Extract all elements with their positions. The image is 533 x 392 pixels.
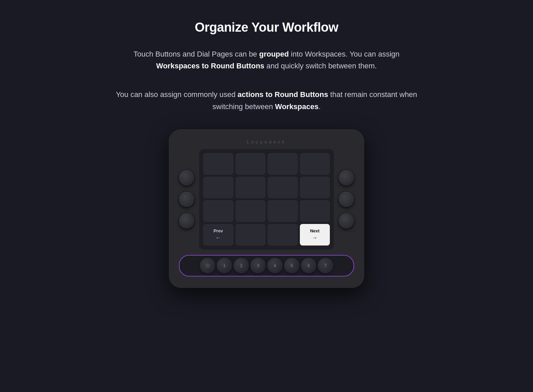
touch-btn-r1c4[interactable]: [300, 153, 330, 175]
loupedeck-device: Loupedeck: [169, 129, 364, 288]
prev-button[interactable]: Prev ←: [203, 224, 233, 246]
description-text-2: You can also assign commonly used action…: [115, 89, 418, 112]
touch-btn-r3c3[interactable]: [268, 200, 298, 222]
knob-top-left: [179, 170, 194, 186]
description-text-1: Touch Buttons and Dial Pages can be grou…: [115, 48, 418, 72]
knob-mid-left: [179, 192, 194, 207]
round-btn-2[interactable]: 2: [234, 258, 249, 273]
touch-btn-r1c3[interactable]: [268, 153, 298, 175]
touch-btn-r3c1[interactable]: [203, 200, 233, 222]
empty-btn-1: [236, 224, 266, 246]
touch-btn-r2c4[interactable]: [300, 177, 330, 198]
prev-arrow-icon: ←: [216, 235, 221, 241]
description-block-1: Touch Buttons and Dial Pages can be grou…: [115, 48, 418, 72]
page-title: Organize Your Workflow: [195, 20, 338, 35]
round-btn-3[interactable]: 3: [251, 258, 265, 273]
touch-btn-r1c2[interactable]: [236, 153, 266, 175]
bottom-button-row: Prev ← Next →: [203, 224, 330, 246]
device-illustration: Loupedeck: [169, 129, 364, 288]
knob-top-right: [339, 170, 354, 186]
next-button[interactable]: Next →: [300, 224, 330, 246]
touch-buttons-grid: [203, 153, 330, 222]
round-btn-home[interactable]: ⊙: [200, 258, 215, 273]
touch-btn-r2c1[interactable]: [203, 177, 233, 198]
round-buttons-row: ⊙ 1 2 3 4 5 6 7: [179, 255, 354, 276]
round-btn-7[interactable]: 7: [318, 258, 333, 273]
touch-btn-r2c3[interactable]: [268, 177, 298, 198]
next-arrow-icon: →: [312, 235, 317, 241]
center-panel: Prev ← Next →: [199, 149, 334, 250]
description-block-2: You can also assign commonly used action…: [115, 89, 418, 112]
round-btn-4[interactable]: 4: [268, 258, 282, 273]
empty-btn-2: [268, 224, 298, 246]
touch-btn-r2c2[interactable]: [236, 177, 266, 198]
knob-bot-right: [339, 213, 354, 229]
round-btn-5[interactable]: 5: [284, 258, 299, 273]
prev-label: Prev: [214, 228, 223, 233]
round-btn-1[interactable]: 1: [217, 258, 232, 273]
touch-btn-r3c4[interactable]: [300, 200, 330, 222]
round-btn-6[interactable]: 6: [301, 258, 316, 273]
knob-bot-left: [179, 213, 194, 229]
touch-btn-r3c2[interactable]: [236, 200, 266, 222]
touch-btn-r1c1[interactable]: [203, 153, 233, 175]
knob-mid-right: [339, 192, 354, 207]
right-knobs-column: [339, 170, 354, 229]
loupedeck-brand: Loupedeck: [179, 139, 354, 144]
next-label: Next: [310, 228, 319, 233]
left-knobs-column: [179, 170, 194, 229]
